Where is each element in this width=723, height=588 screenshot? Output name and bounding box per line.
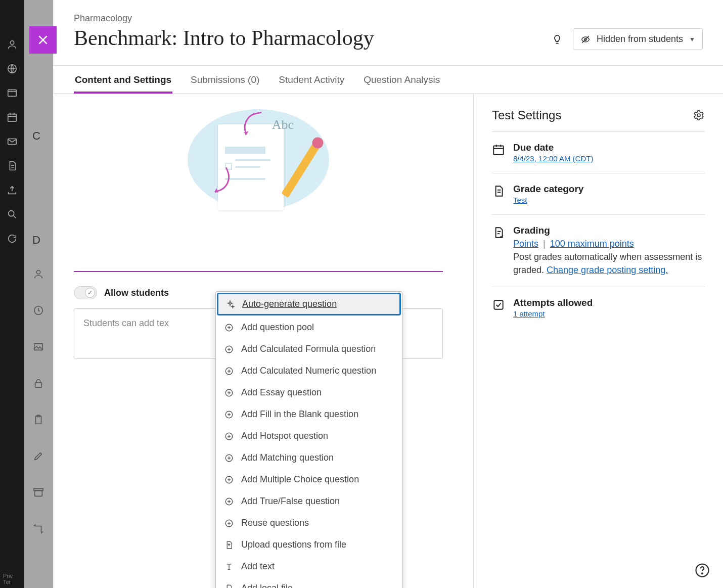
- menu-add-multiple-choice[interactable]: Add Multiple Choice question: [216, 469, 402, 490]
- rail-globe-icon[interactable]: [6, 63, 18, 75]
- grading-points-link[interactable]: Points: [513, 239, 538, 249]
- tab-submissions[interactable]: Submissions (0): [190, 74, 260, 94]
- setting-grading: Grading Points | 100 maximum points Post…: [492, 215, 705, 287]
- allow-conversation-toggle[interactable]: ✓: [74, 286, 97, 299]
- menu-add-fill-blank[interactable]: Add Fill in the Blank question: [216, 403, 402, 425]
- plus-circle-icon: [224, 518, 234, 528]
- illustration-abc-label: Abc: [272, 117, 294, 132]
- visibility-label: Hidden from students: [597, 34, 683, 44]
- behind-image-icon: [32, 341, 44, 353]
- plus-circle-icon: [224, 475, 234, 485]
- menu-item-label: Auto-generate question: [242, 299, 337, 309]
- calendar-icon: [492, 143, 505, 156]
- due-date-label: Due date: [513, 142, 705, 153]
- menu-item-label: Add Multiple Choice question: [241, 474, 359, 485]
- svg-rect-12: [35, 490, 42, 496]
- menu-add-local-file[interactable]: Add local file: [216, 577, 402, 588]
- plus-circle-icon: [224, 323, 234, 333]
- plus-circle-icon: [224, 410, 234, 420]
- rail-search-icon[interactable]: [6, 208, 18, 220]
- plus-circle-icon: [224, 388, 234, 398]
- rail-doc-icon[interactable]: [6, 160, 18, 172]
- attempts-label: Attempts allowed: [513, 297, 705, 308]
- page-title: Benchmark: Intro to Pharmacology: [74, 26, 552, 50]
- behind-archive-icon: [32, 486, 44, 499]
- empty-state-illustration: Abc: [188, 109, 329, 210]
- menu-item-label: Add Matching question: [241, 453, 334, 463]
- plus-circle-icon: [224, 366, 234, 376]
- menu-add-text[interactable]: Add text: [216, 556, 402, 577]
- svg-rect-2: [8, 90, 17, 97]
- help-button[interactable]: [694, 562, 711, 579]
- menu-add-calculated-formula[interactable]: Add Calculated Formula question: [216, 338, 402, 360]
- rail-upload-icon[interactable]: [6, 184, 18, 196]
- rail-mail-icon[interactable]: [6, 135, 18, 148]
- setting-attempts: Attempts allowed 1 attempt: [492, 287, 705, 328]
- hint-bulb-icon[interactable]: [552, 34, 563, 45]
- visibility-eye-off-icon: [580, 34, 591, 44]
- visibility-dropdown[interactable]: Hidden from students ▼: [573, 28, 703, 50]
- rail-profile-icon[interactable]: [6, 38, 18, 51]
- plus-circle-icon: [224, 344, 234, 354]
- behind-clipboard-icon: [32, 414, 44, 426]
- behind-lock-icon: [32, 377, 44, 389]
- menu-item-label: Add Calculated Formula question: [241, 344, 376, 354]
- svg-rect-27: [493, 146, 504, 154]
- menu-item-label: Add Essay question: [241, 387, 322, 398]
- content-area: Abc ✓: [54, 94, 473, 588]
- plus-circle-icon: [224, 453, 234, 463]
- menu-item-label: Add Hotspot question: [241, 431, 328, 441]
- menu-upload-questions-file[interactable]: Upload questions from file: [216, 534, 402, 556]
- document-icon: [492, 185, 505, 198]
- menu-auto-generate-question[interactable]: Auto-generate question: [217, 293, 401, 315]
- assessment-panel: Pharmacology Benchmark: Intro to Pharmac…: [53, 0, 723, 588]
- menu-add-question-pool[interactable]: Add question pool: [216, 316, 402, 338]
- breadcrumb[interactable]: Pharmacology: [74, 13, 552, 24]
- menu-item-label: Add question pool: [241, 322, 314, 333]
- rail-refresh-icon[interactable]: [6, 233, 18, 245]
- tab-student-activity[interactable]: Student Activity: [278, 74, 345, 94]
- caret-down-icon: ▼: [689, 36, 695, 43]
- file-local-icon: [224, 583, 234, 589]
- attempts-link[interactable]: 1 attempt: [513, 309, 545, 318]
- content-divider: [74, 271, 443, 272]
- text-icon: [224, 562, 234, 572]
- menu-add-true-false[interactable]: Add True/False question: [216, 490, 402, 512]
- allow-conversation-label: Allow students: [104, 288, 169, 298]
- add-content-menu: Auto-generate question Add question pool…: [215, 291, 402, 588]
- panel-header: Pharmacology Benchmark: Intro to Pharmac…: [54, 0, 723, 66]
- settings-title: Test Settings: [492, 108, 561, 122]
- menu-add-essay[interactable]: Add Essay question: [216, 382, 402, 403]
- sparkle-icon: [225, 299, 235, 309]
- behind-profile-icon: [32, 268, 44, 280]
- due-date-link[interactable]: 8/4/23, 12:00 AM (CDT): [513, 154, 593, 163]
- menu-item-label: Add text: [241, 561, 275, 572]
- svg-point-30: [702, 573, 703, 574]
- rail-courses-icon[interactable]: [6, 87, 18, 99]
- grade-category-label: Grade category: [513, 184, 705, 195]
- tab-question-analysis[interactable]: Question Analysis: [363, 74, 441, 94]
- menu-add-hotspot[interactable]: Add Hotspot question: [216, 425, 402, 447]
- svg-point-6: [36, 270, 40, 274]
- behind-letter-d: D: [32, 234, 40, 247]
- svg-rect-8: [34, 344, 43, 350]
- settings-gear-icon[interactable]: [693, 109, 705, 121]
- rail-calendar-icon[interactable]: [6, 111, 18, 123]
- tab-content-settings[interactable]: Content and Settings: [74, 74, 172, 94]
- close-panel-button[interactable]: [29, 26, 57, 54]
- menu-item-label: Add Fill in the Blank question: [241, 409, 358, 420]
- plus-circle-icon: [224, 496, 234, 507]
- change-grade-posting-link[interactable]: Change grade posting setting.: [547, 265, 668, 275]
- attempts-icon: [492, 298, 505, 311]
- grade-category-link[interactable]: Test: [513, 196, 527, 204]
- menu-item-label: Add True/False question: [241, 496, 340, 507]
- file-upload-icon: [224, 540, 234, 550]
- behind-pencil-icon: [32, 450, 44, 462]
- rail-footer: Priv Ter: [0, 570, 24, 588]
- menu-add-matching[interactable]: Add Matching question: [216, 447, 402, 469]
- grading-max-points-link[interactable]: 100 maximum points: [550, 239, 634, 249]
- menu-reuse-questions[interactable]: Reuse questions: [216, 512, 402, 534]
- menu-add-calculated-numeric[interactable]: Add Calculated Numeric question: [216, 360, 402, 382]
- background-dim: C D: [24, 0, 53, 588]
- svg-rect-3: [8, 114, 17, 122]
